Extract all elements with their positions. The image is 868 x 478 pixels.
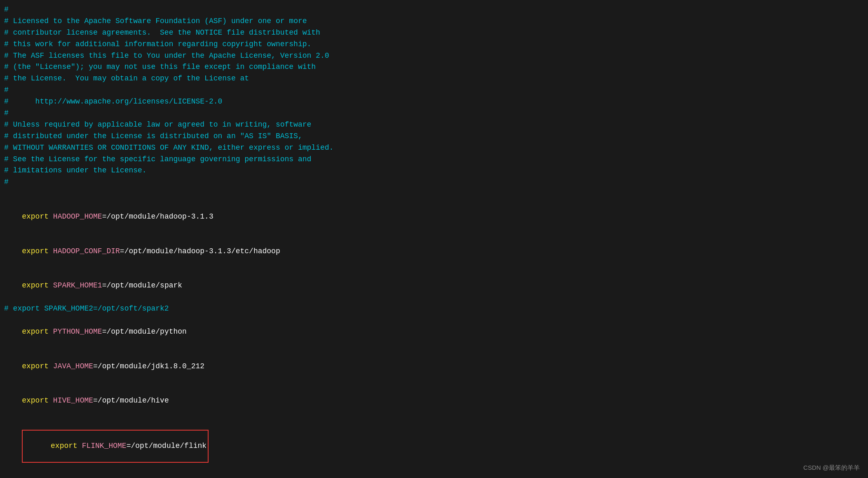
line-12: # distributed under the License is distr… — [4, 131, 868, 142]
line-4: # this work for additional information r… — [4, 39, 868, 50]
line-5: # The ASF licenses this file to You unde… — [4, 50, 868, 62]
line-10: # — [4, 108, 868, 119]
line-hadoop-home: export HADOOP_HOME=/opt/module/hadoop-3.… — [4, 200, 868, 234]
line-1: # — [4, 4, 868, 16]
line-datax-home: export DATAX_HOME=/opt/module/datax/bin/… — [4, 474, 868, 478]
line-hadoop-conf: export HADOOP_CONF_DIR=/opt/module/hadoo… — [4, 234, 868, 269]
line-hive-home: export HIVE_HOME=/opt/module/hive — [4, 384, 868, 418]
line-8: # — [4, 85, 868, 96]
line-11: # Unless required by applicable law or a… — [4, 119, 868, 131]
line-spark-home2-comment: # export SPARK_HOME2=/opt/soft/spark2 — [4, 303, 868, 315]
line-spark-home1: export SPARK_HOME1=/opt/module/spark — [4, 268, 868, 303]
line-empty-1 — [4, 188, 868, 200]
watermark: CSDN @最笨的羊羊 — [803, 464, 860, 472]
line-flink-home: export FLINK_HOME=/opt/module/flink — [4, 418, 868, 474]
line-3: # contributor license agreements. See th… — [4, 27, 868, 39]
line-6: # (the "License"); you may not use this … — [4, 61, 868, 73]
line-java-home: export JAVA_HOME=/opt/module/jdk1.8.0_21… — [4, 349, 868, 384]
line-2: # Licensed to the Apache Software Founda… — [4, 16, 868, 27]
line-python-home: export PYTHON_HOME=/opt/module/python — [4, 315, 868, 349]
line-14: # See the License for the specific langu… — [4, 154, 868, 165]
line-7: # the License. You may obtain a copy of … — [4, 73, 868, 85]
line-13: # WITHOUT WARRANTIES OR CONDITIONS OF AN… — [4, 142, 868, 154]
line-15: # limitations under the License. — [4, 165, 868, 177]
line-9: # http://www.apache.org/licenses/LICENSE… — [4, 96, 868, 108]
line-16: # — [4, 177, 868, 188]
editor-container: # # Licensed to the Apache Software Foun… — [0, 0, 868, 478]
